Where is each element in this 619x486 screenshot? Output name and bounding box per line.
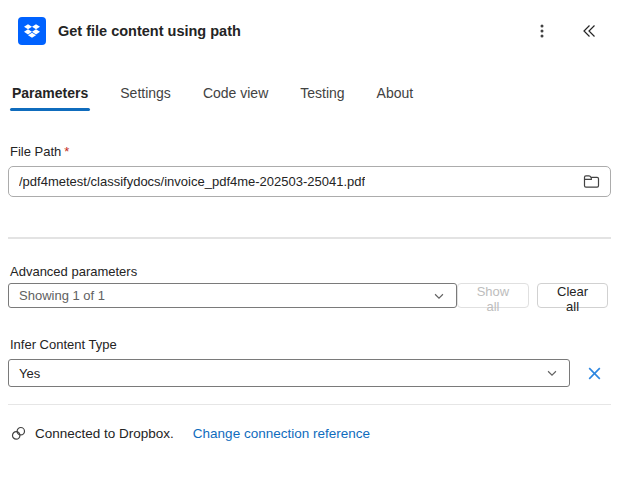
advanced-parameters-label: Advanced parameters (10, 264, 611, 279)
footer-divider (8, 404, 611, 405)
clear-all-button[interactable]: Clear all (537, 283, 608, 308)
connection-link-icon (10, 425, 27, 442)
chevron-down-icon (545, 366, 559, 380)
tab-parameters[interactable]: Parameters (10, 85, 90, 111)
connection-status-text: Connected to Dropbox. (35, 426, 174, 441)
required-asterisk: * (64, 144, 69, 159)
section-divider (8, 237, 611, 239)
infer-content-type-row: Yes (8, 359, 611, 387)
folder-picker-icon[interactable] (583, 174, 600, 189)
file-path-input[interactable]: /pdf4metest/classifydocs/invoice_pdf4me-… (8, 166, 611, 197)
tab-settings[interactable]: Settings (118, 85, 173, 111)
action-config-panel: Get file content using path Parameters S… (0, 0, 619, 486)
tab-code-view[interactable]: Code view (201, 85, 270, 111)
infer-dropdown-value: Yes (19, 366, 40, 381)
tab-testing[interactable]: Testing (298, 85, 346, 111)
change-connection-link[interactable]: Change connection reference (193, 426, 370, 441)
panel-title: Get file content using path (58, 23, 241, 39)
show-all-button[interactable]: Show all (457, 283, 529, 308)
remove-parameter-icon[interactable] (584, 363, 605, 384)
connection-footer: Connected to Dropbox. Change connection … (8, 425, 611, 442)
infer-content-type-label: Infer Content Type (10, 337, 611, 352)
panel-header: Get file content using path (0, 0, 619, 45)
advanced-parameters-dropdown[interactable]: Showing 1 of 1 (8, 283, 457, 308)
advanced-parameters-row: Showing 1 of 1 Show all Clear all (8, 283, 611, 308)
file-path-label: File Path* (10, 144, 611, 159)
more-options-icon[interactable] (532, 21, 552, 41)
collapse-panel-icon[interactable] (578, 21, 599, 41)
chevron-down-icon (432, 289, 446, 303)
advanced-dropdown-value: Showing 1 of 1 (19, 288, 105, 303)
header-actions (532, 21, 599, 41)
tab-bar: Parameters Settings Code view Testing Ab… (0, 85, 619, 111)
tab-about[interactable]: About (375, 85, 416, 111)
dropbox-icon (18, 17, 46, 45)
infer-content-type-dropdown[interactable]: Yes (8, 359, 570, 387)
file-path-value[interactable]: /pdf4metest/classifydocs/invoice_pdf4me-… (19, 174, 365, 189)
